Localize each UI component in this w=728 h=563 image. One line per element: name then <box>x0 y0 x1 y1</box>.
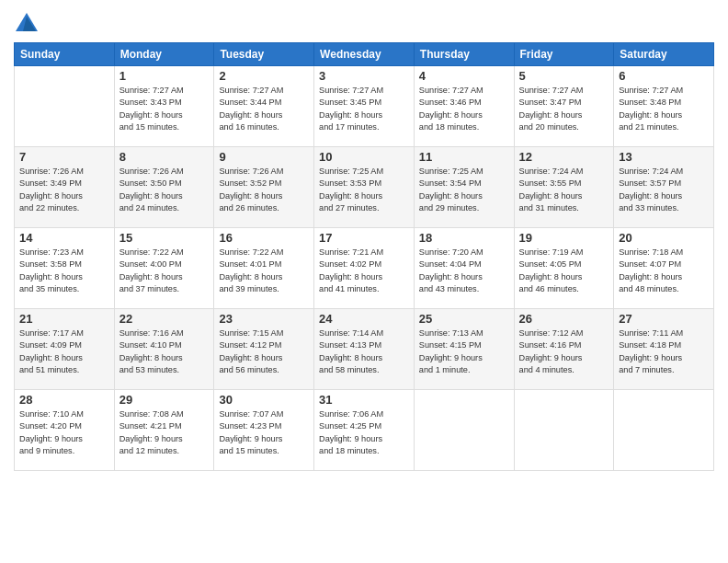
day-number: 13 <box>619 150 709 164</box>
day-number: 30 <box>219 393 309 407</box>
day-number: 19 <box>519 231 609 245</box>
day-info: Sunrise: 7:10 AM Sunset: 4:20 PM Dayligh… <box>19 408 109 457</box>
day-info: Sunrise: 7:24 AM Sunset: 3:57 PM Dayligh… <box>619 166 709 214</box>
weekday-header-thursday: Thursday <box>414 43 514 66</box>
header <box>14 9 714 35</box>
day-cell: 7Sunrise: 7:26 AM Sunset: 3:49 PM Daylig… <box>15 147 115 228</box>
day-info: Sunrise: 7:26 AM Sunset: 3:49 PM Dayligh… <box>19 166 109 214</box>
day-cell <box>15 66 115 147</box>
day-number: 26 <box>519 312 609 326</box>
day-number: 23 <box>219 312 309 326</box>
day-cell: 22Sunrise: 7:16 AM Sunset: 4:10 PM Dayli… <box>114 309 214 390</box>
day-number: 25 <box>419 312 509 326</box>
day-info: Sunrise: 7:27 AM Sunset: 3:43 PM Dayligh… <box>119 85 210 133</box>
day-cell: 6Sunrise: 7:27 AM Sunset: 3:48 PM Daylig… <box>614 66 714 147</box>
calendar-page: SundayMondayTuesdayWednesdayThursdayFrid… <box>0 0 728 563</box>
day-cell: 5Sunrise: 7:27 AM Sunset: 3:47 PM Daylig… <box>514 66 614 147</box>
day-cell: 19Sunrise: 7:19 AM Sunset: 4:05 PM Dayli… <box>514 228 614 309</box>
day-cell: 3Sunrise: 7:27 AM Sunset: 3:45 PM Daylig… <box>314 66 415 147</box>
day-cell: 25Sunrise: 7:13 AM Sunset: 4:15 PM Dayli… <box>414 309 514 390</box>
week-row-4: 21Sunrise: 7:17 AM Sunset: 4:09 PM Dayli… <box>15 309 714 390</box>
day-info: Sunrise: 7:14 AM Sunset: 4:13 PM Dayligh… <box>319 327 409 376</box>
day-number: 12 <box>519 150 609 164</box>
day-number: 17 <box>319 231 409 245</box>
weekday-header-saturday: Saturday <box>614 43 714 66</box>
day-info: Sunrise: 7:06 AM Sunset: 4:25 PM Dayligh… <box>319 408 409 457</box>
day-cell: 26Sunrise: 7:12 AM Sunset: 4:16 PM Dayli… <box>514 309 614 390</box>
day-cell: 11Sunrise: 7:25 AM Sunset: 3:54 PM Dayli… <box>414 147 514 228</box>
week-row-5: 28Sunrise: 7:10 AM Sunset: 4:20 PM Dayli… <box>15 390 714 471</box>
day-cell: 1Sunrise: 7:27 AM Sunset: 3:43 PM Daylig… <box>114 66 214 147</box>
day-cell: 28Sunrise: 7:10 AM Sunset: 4:20 PM Dayli… <box>15 390 115 471</box>
day-number: 29 <box>119 393 210 407</box>
day-cell <box>414 390 514 471</box>
day-number: 2 <box>219 69 309 83</box>
weekday-header-friday: Friday <box>514 43 614 66</box>
day-cell: 30Sunrise: 7:07 AM Sunset: 4:23 PM Dayli… <box>214 390 314 471</box>
day-info: Sunrise: 7:12 AM Sunset: 4:16 PM Dayligh… <box>519 327 609 376</box>
logo <box>14 9 43 35</box>
day-number: 18 <box>419 231 509 245</box>
day-number: 15 <box>119 231 210 245</box>
day-info: Sunrise: 7:24 AM Sunset: 3:55 PM Dayligh… <box>519 166 609 214</box>
day-number: 6 <box>619 69 709 83</box>
logo-icon <box>14 9 40 35</box>
day-info: Sunrise: 7:25 AM Sunset: 3:54 PM Dayligh… <box>419 166 509 214</box>
day-number: 28 <box>19 393 109 407</box>
day-cell: 24Sunrise: 7:14 AM Sunset: 4:13 PM Dayli… <box>314 309 415 390</box>
day-info: Sunrise: 7:16 AM Sunset: 4:10 PM Dayligh… <box>119 327 210 376</box>
day-info: Sunrise: 7:20 AM Sunset: 4:04 PM Dayligh… <box>419 247 509 295</box>
day-number: 8 <box>119 150 210 164</box>
day-cell: 10Sunrise: 7:25 AM Sunset: 3:53 PM Dayli… <box>314 147 415 228</box>
calendar-table: SundayMondayTuesdayWednesdayThursdayFrid… <box>14 42 714 471</box>
day-info: Sunrise: 7:26 AM Sunset: 3:52 PM Dayligh… <box>219 166 309 214</box>
day-cell: 18Sunrise: 7:20 AM Sunset: 4:04 PM Dayli… <box>414 228 514 309</box>
day-number: 4 <box>419 69 509 83</box>
week-row-3: 14Sunrise: 7:23 AM Sunset: 3:58 PM Dayli… <box>15 228 714 309</box>
weekday-header-sunday: Sunday <box>15 43 115 66</box>
day-number: 27 <box>619 312 709 326</box>
day-info: Sunrise: 7:21 AM Sunset: 4:02 PM Dayligh… <box>319 247 409 295</box>
day-cell: 20Sunrise: 7:18 AM Sunset: 4:07 PM Dayli… <box>614 228 714 309</box>
day-cell: 17Sunrise: 7:21 AM Sunset: 4:02 PM Dayli… <box>314 228 415 309</box>
day-cell: 29Sunrise: 7:08 AM Sunset: 4:21 PM Dayli… <box>114 390 214 471</box>
day-number: 7 <box>19 150 109 164</box>
day-cell <box>614 390 714 471</box>
day-number: 1 <box>119 69 210 83</box>
day-info: Sunrise: 7:27 AM Sunset: 3:44 PM Dayligh… <box>219 85 309 133</box>
day-number: 22 <box>119 312 210 326</box>
day-info: Sunrise: 7:08 AM Sunset: 4:21 PM Dayligh… <box>119 408 210 457</box>
day-number: 14 <box>19 231 109 245</box>
day-cell: 27Sunrise: 7:11 AM Sunset: 4:18 PM Dayli… <box>614 309 714 390</box>
day-cell: 8Sunrise: 7:26 AM Sunset: 3:50 PM Daylig… <box>114 147 214 228</box>
day-info: Sunrise: 7:27 AM Sunset: 3:45 PM Dayligh… <box>319 85 409 133</box>
day-cell: 16Sunrise: 7:22 AM Sunset: 4:01 PM Dayli… <box>214 228 314 309</box>
day-cell: 9Sunrise: 7:26 AM Sunset: 3:52 PM Daylig… <box>214 147 314 228</box>
day-cell: 31Sunrise: 7:06 AM Sunset: 4:25 PM Dayli… <box>314 390 415 471</box>
day-cell: 14Sunrise: 7:23 AM Sunset: 3:58 PM Dayli… <box>15 228 115 309</box>
day-cell <box>514 390 614 471</box>
day-info: Sunrise: 7:13 AM Sunset: 4:15 PM Dayligh… <box>419 327 509 376</box>
day-number: 16 <box>219 231 309 245</box>
day-cell: 13Sunrise: 7:24 AM Sunset: 3:57 PM Dayli… <box>614 147 714 228</box>
weekday-header-row: SundayMondayTuesdayWednesdayThursdayFrid… <box>15 43 714 66</box>
day-cell: 4Sunrise: 7:27 AM Sunset: 3:46 PM Daylig… <box>414 66 514 147</box>
week-row-2: 7Sunrise: 7:26 AM Sunset: 3:49 PM Daylig… <box>15 147 714 228</box>
day-info: Sunrise: 7:26 AM Sunset: 3:50 PM Dayligh… <box>119 166 210 214</box>
day-info: Sunrise: 7:17 AM Sunset: 4:09 PM Dayligh… <box>19 327 109 376</box>
weekday-header-monday: Monday <box>114 43 214 66</box>
day-info: Sunrise: 7:22 AM Sunset: 4:01 PM Dayligh… <box>219 247 309 295</box>
day-cell: 12Sunrise: 7:24 AM Sunset: 3:55 PM Dayli… <box>514 147 614 228</box>
day-number: 10 <box>319 150 409 164</box>
day-number: 21 <box>19 312 109 326</box>
day-info: Sunrise: 7:11 AM Sunset: 4:18 PM Dayligh… <box>619 327 709 376</box>
day-cell: 21Sunrise: 7:17 AM Sunset: 4:09 PM Dayli… <box>15 309 115 390</box>
day-info: Sunrise: 7:07 AM Sunset: 4:23 PM Dayligh… <box>219 408 309 457</box>
day-cell: 15Sunrise: 7:22 AM Sunset: 4:00 PM Dayli… <box>114 228 214 309</box>
day-number: 9 <box>219 150 309 164</box>
weekday-header-wednesday: Wednesday <box>314 43 415 66</box>
day-info: Sunrise: 7:25 AM Sunset: 3:53 PM Dayligh… <box>319 166 409 214</box>
day-info: Sunrise: 7:27 AM Sunset: 3:47 PM Dayligh… <box>519 85 609 133</box>
day-cell: 2Sunrise: 7:27 AM Sunset: 3:44 PM Daylig… <box>214 66 314 147</box>
day-info: Sunrise: 7:23 AM Sunset: 3:58 PM Dayligh… <box>19 247 109 295</box>
